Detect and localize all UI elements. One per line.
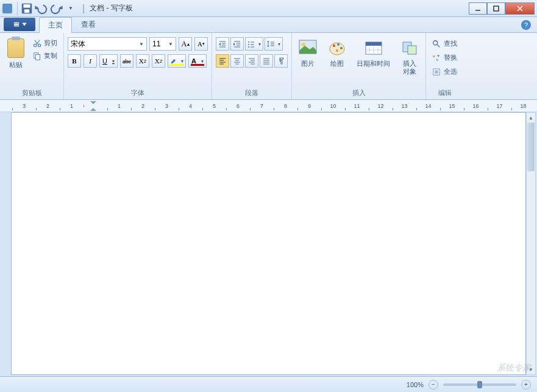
ruler-tick: 2 — [36, 103, 60, 109]
window-title: 文档 - 写字板 — [90, 3, 133, 13]
paragraph-dialog-button[interactable] — [274, 54, 288, 68]
maximize-button[interactable] — [487, 2, 505, 15]
tab-home[interactable]: 主页 — [39, 17, 72, 33]
vertical-scrollbar[interactable]: ▲ ▼ — [526, 112, 536, 375]
app-icon — [2, 4, 12, 13]
svg-rect-15 — [35, 54, 40, 60]
ruler-tick: 1 — [60, 103, 84, 109]
ruler-tick: 18 — [511, 103, 535, 109]
align-right-button[interactable] — [245, 54, 258, 68]
ruler-tick: 5 — [202, 103, 226, 109]
font-size-select[interactable]: 11▼ — [149, 37, 176, 51]
shrink-font-button[interactable]: A▾ — [194, 37, 208, 51]
svg-line-66 — [437, 44, 439, 46]
indent-marker[interactable] — [90, 101, 96, 111]
ruler-tick: 17 — [488, 103, 511, 109]
ruler-tick: 8 — [274, 103, 297, 109]
italic-button[interactable]: I — [84, 54, 97, 68]
insert-picture-button[interactable]: 图片 — [296, 37, 320, 69]
group-font: 宋体▼ 11▼ A▴ A▾ B I U▾ abc X2 X2 ▾ A▾ 字体 — [64, 33, 212, 99]
paste-button[interactable]: 粘贴 — [4, 35, 28, 69]
document-area[interactable] — [11, 112, 526, 375]
ruler-tick: 2 — [131, 103, 155, 109]
close-button[interactable] — [505, 2, 535, 15]
svg-point-54 — [337, 43, 340, 46]
svg-point-28 — [248, 46, 249, 48]
ruler-tick: 16 — [464, 103, 488, 109]
zoom-label: 100% — [407, 381, 424, 388]
decrease-indent-button[interactable] — [216, 37, 229, 51]
ruler-tick: 11 — [345, 103, 369, 109]
strikethrough-button[interactable]: abc — [120, 54, 133, 68]
group-label-paragraph: 段落 — [216, 87, 288, 99]
group-editing: 查找 ab 替换 全选 编辑 — [426, 33, 463, 99]
ruler-tick: 12 — [369, 103, 393, 109]
superscript-button[interactable]: X2 — [152, 54, 165, 68]
ruler-tick: 1 — [107, 103, 131, 109]
grow-font-button[interactable]: A▴ — [179, 37, 192, 51]
tab-view[interactable]: 查看 — [72, 16, 105, 32]
align-left-button[interactable] — [216, 54, 229, 68]
ruler-tick: 10 — [321, 103, 345, 109]
undo-button[interactable] — [35, 2, 48, 15]
bold-button[interactable]: B — [68, 54, 81, 68]
redo-button[interactable] — [49, 2, 63, 15]
align-center-button[interactable] — [230, 54, 244, 68]
svg-rect-9 — [14, 26, 19, 27]
qat-dropdown[interactable]: ▼ — [64, 2, 77, 15]
svg-rect-8 — [14, 24, 19, 25]
save-button[interactable] — [20, 2, 34, 15]
svg-rect-64 — [408, 46, 416, 54]
ribbon-tabs: 主页 查看 ? — [0, 17, 537, 33]
quick-access-toolbar: ▼ — [17, 2, 80, 15]
ruler-tick: 15 — [440, 103, 464, 109]
group-insert: 图片 绘图 日期和时间 插入 对象 插入 — [292, 33, 426, 99]
svg-rect-58 — [366, 42, 382, 46]
bullets-button[interactable]: ▾ — [245, 37, 263, 51]
svg-point-26 — [248, 44, 249, 45]
font-family-select[interactable]: 宋体▼ — [68, 37, 147, 51]
find-button[interactable]: 查找 — [430, 37, 460, 50]
insert-paint-button[interactable]: 绘图 — [325, 37, 349, 69]
group-paragraph: ▾ ▾ 段落 — [212, 33, 292, 99]
ruler-tick: 13 — [393, 103, 416, 109]
svg-text:a: a — [433, 54, 435, 58]
zoom-out-button[interactable]: − — [429, 380, 438, 390]
justify-button[interactable] — [260, 54, 273, 68]
group-label-font: 字体 — [68, 87, 208, 99]
scroll-up-arrow[interactable]: ▲ — [527, 113, 535, 123]
zoom-slider[interactable] — [443, 383, 516, 386]
ruler[interactable]: 321123456789101112131415161718 — [0, 100, 537, 112]
select-all-button[interactable]: 全选 — [430, 65, 460, 78]
ruler-tick: 4 — [179, 103, 202, 109]
increase-indent-button[interactable] — [230, 37, 244, 51]
help-button[interactable]: ? — [521, 20, 531, 30]
cut-button[interactable]: 剪切 — [30, 37, 60, 49]
svg-point-65 — [433, 40, 438, 45]
scroll-thumb[interactable] — [527, 123, 535, 171]
replace-button[interactable]: ab 替换 — [430, 51, 460, 64]
line-spacing-button[interactable]: ▾ — [265, 37, 283, 51]
insert-datetime-button[interactable]: 日期和时间 — [354, 37, 393, 69]
insert-object-button[interactable]: 插入 对象 — [397, 37, 422, 77]
ruler-tick: 3 — [155, 103, 179, 109]
zoom-in-button[interactable]: + — [521, 380, 531, 390]
underline-button[interactable]: U▾ — [99, 54, 118, 68]
highlight-button[interactable]: ▾ — [168, 54, 186, 68]
svg-text:b: b — [436, 57, 439, 62]
minimize-button[interactable] — [469, 2, 487, 15]
font-color-button[interactable]: A▾ — [188, 54, 207, 68]
ruler-tick: 14 — [416, 103, 440, 109]
ruler-tick: 6 — [226, 103, 250, 109]
svg-point-11 — [38, 44, 40, 46]
copy-button[interactable]: 复制 — [30, 50, 60, 62]
scroll-down-arrow[interactable]: ▼ — [527, 365, 535, 374]
subscript-button[interactable]: X2 — [136, 54, 149, 68]
svg-rect-2 — [24, 9, 29, 13]
svg-point-53 — [333, 45, 335, 47]
file-menu-button[interactable] — [4, 18, 35, 31]
status-bar: 100% − + — [0, 376, 537, 392]
group-label-clipboard: 剪贴板 — [4, 87, 60, 99]
svg-point-55 — [340, 47, 343, 49]
title-bar: ▼ | 文档 - 写字板 — [0, 0, 537, 17]
